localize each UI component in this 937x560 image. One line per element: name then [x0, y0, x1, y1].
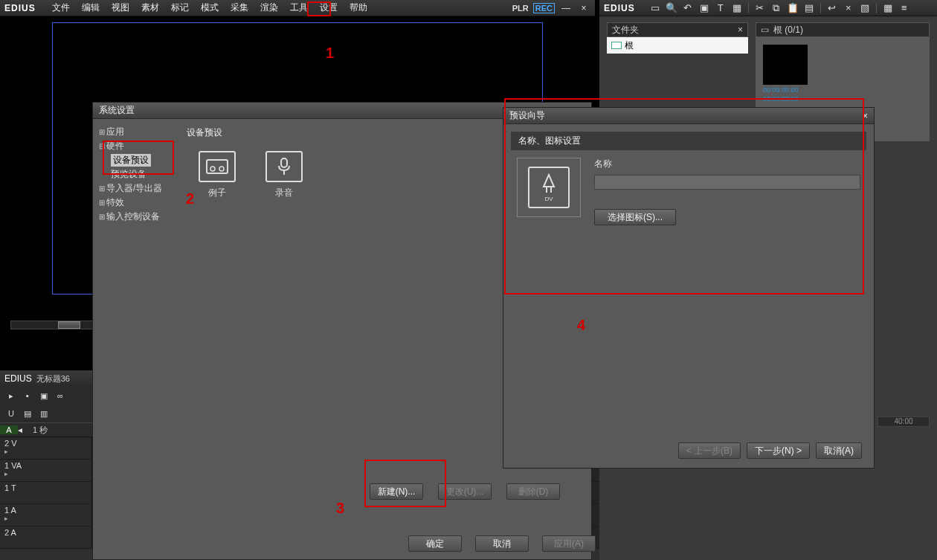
menu-tools[interactable]: 工具: [284, 0, 314, 16]
tree-hardware[interactable]: ⊟硬件: [97, 139, 172, 153]
menu-clip[interactable]: 素材: [135, 0, 165, 16]
new-button[interactable]: 新建(N)...: [370, 483, 423, 500]
svg-rect-0: [207, 160, 228, 173]
list-icon[interactable]: ≡: [898, 2, 911, 14]
minimize-button[interactable]: —: [559, 3, 573, 13]
clip-thumbnail[interactable]: [763, 45, 808, 85]
tree-importer-exporter[interactable]: ⊞导入器/导出器: [97, 181, 172, 196]
plr-label: PLR: [512, 4, 529, 13]
track-label[interactable]: 1 T: [4, 483, 16, 492]
grid-icon[interactable]: ▦: [881, 2, 895, 14]
tl-icon-1[interactable]: ▸: [4, 390, 18, 402]
clip-tc-in: 00:00:00:00: [763, 85, 922, 94]
track-label[interactable]: 1 VA: [4, 461, 22, 470]
wizard-close-icon[interactable]: ×: [863, 111, 868, 121]
folder-root-item[interactable]: 根: [607, 37, 748, 54]
wizard-title: 预设向导: [509, 109, 545, 122]
hide-icon[interactable]: ▧: [858, 2, 872, 14]
svg-rect-3: [281, 158, 287, 167]
menu-help[interactable]: 帮助: [344, 0, 373, 16]
menu-settings[interactable]: 设置: [314, 0, 344, 16]
ruler-badge: A: [0, 425, 18, 434]
track-label[interactable]: 2 V: [4, 439, 17, 448]
undo-icon[interactable]: ↩: [825, 2, 839, 14]
microphone-icon: [265, 151, 303, 182]
app-name: EDIUS: [4, 3, 36, 13]
tree-preview-device[interactable]: 预览设备: [97, 167, 172, 181]
dv-label: DV: [544, 196, 553, 202]
ok-button[interactable]: 确定: [408, 535, 462, 552]
cut-icon[interactable]: ✂: [753, 2, 767, 14]
plus-icon: ⊞: [99, 184, 105, 193]
rec-label: REC: [533, 3, 555, 13]
timeline-scale-label: 40:00: [878, 416, 930, 427]
close-icon[interactable]: ×: [842, 2, 855, 14]
device-tape-icon: [199, 151, 236, 182]
preset-tile-example[interactable]: 例子: [199, 151, 236, 199]
tree-device-preset[interactable]: 设备预设: [97, 153, 172, 167]
track-expand-icon[interactable]: ▸: [4, 470, 8, 477]
tl-icon-6[interactable]: ▤: [21, 408, 34, 419]
cancel-button[interactable]: 取消: [475, 535, 529, 552]
timeline-title: EDIUS: [4, 373, 32, 384]
menu-mode[interactable]: 模式: [195, 0, 225, 16]
tile-label: 录音: [275, 187, 293, 199]
tl-icon-7[interactable]: ▥: [37, 408, 51, 419]
ruler-sec-label: 1 秒: [24, 425, 48, 436]
dialog-title: 系统设置: [99, 104, 135, 117]
clip-tc-out: 00:00:00:00: [763, 94, 922, 103]
tl-icon-3[interactable]: ▣: [37, 390, 51, 402]
paste-icon[interactable]: 📋: [786, 2, 799, 14]
tl-icon-5[interactable]: U: [4, 408, 18, 419]
tree-app[interactable]: ⊞应用: [97, 125, 172, 139]
h-scrollbar-thumb[interactable]: [58, 321, 80, 329]
track-expand-icon[interactable]: ▸: [4, 448, 8, 455]
cancel-button[interactable]: 取消(A): [816, 442, 862, 459]
folder-panel-title: 文件夹: [612, 24, 639, 36]
track-expand-icon[interactable]: ▸: [4, 515, 8, 522]
apply-button[interactable]: 应用(A): [542, 535, 596, 552]
tree-input-control[interactable]: ⊞输入控制设备: [97, 210, 172, 224]
track-label[interactable]: 2 A: [4, 528, 16, 537]
menu-edit[interactable]: 编辑: [76, 0, 106, 16]
menu-view[interactable]: 视图: [106, 0, 135, 16]
close-button[interactable]: ×: [577, 3, 590, 13]
text-icon[interactable]: T: [714, 2, 727, 14]
folder-panel: 文件夹 × 根: [607, 22, 748, 39]
wizard-icon-preview: DV: [517, 158, 581, 217]
props-icon[interactable]: ▤: [802, 2, 816, 14]
copy-icon[interactable]: ⧉: [770, 2, 783, 14]
tile-label: 例子: [208, 187, 226, 199]
folder-icon[interactable]: ▭: [648, 2, 662, 14]
settings-tree: ⊞应用 ⊟硬件 设备预设 预览设备 ⊞导入器/导出器 ⊞特效 ⊞输入控制设备: [93, 119, 176, 532]
menu-file[interactable]: 文件: [46, 0, 76, 16]
plus-icon: ⊞: [99, 199, 105, 207]
tl-icon-4[interactable]: ∞: [54, 390, 67, 402]
tool-icon[interactable]: ↶: [681, 2, 695, 14]
name-label: 名称: [594, 158, 860, 170]
menu-capture[interactable]: 采集: [225, 0, 254, 16]
track-label[interactable]: 1 A: [4, 506, 16, 515]
search-icon[interactable]: 🔍: [665, 2, 678, 14]
minus-icon: ⊟: [99, 142, 105, 150]
name-input[interactable]: [594, 175, 860, 190]
menu-render[interactable]: 渲染: [254, 0, 284, 16]
svg-point-2: [219, 167, 224, 171]
select-icon-button[interactable]: 选择图标(S)...: [594, 209, 676, 225]
folder-icon: [611, 42, 622, 49]
modify-button[interactable]: 更改(U)...: [438, 483, 492, 500]
delete-button[interactable]: 删除(D): [506, 483, 560, 500]
svg-point-1: [210, 167, 215, 171]
wizard-section-title: 名称、图标设置: [511, 132, 866, 150]
thumb-header: 根 (0/1): [773, 24, 803, 36]
menu-marker[interactable]: 标记: [165, 0, 195, 16]
color-icon[interactable]: ▦: [730, 2, 744, 14]
tl-icon-2[interactable]: ▪: [21, 390, 34, 402]
new-bin-icon[interactable]: ▣: [698, 2, 711, 14]
tree-effects[interactable]: ⊞特效: [97, 196, 172, 210]
prev-button[interactable]: < 上一步(B): [678, 442, 741, 459]
preset-tile-record[interactable]: 录音: [265, 151, 303, 199]
next-button[interactable]: 下一步(N) >: [747, 442, 810, 459]
ruler-marker: ◂: [18, 425, 24, 435]
panel-close-icon[interactable]: ×: [738, 25, 743, 35]
